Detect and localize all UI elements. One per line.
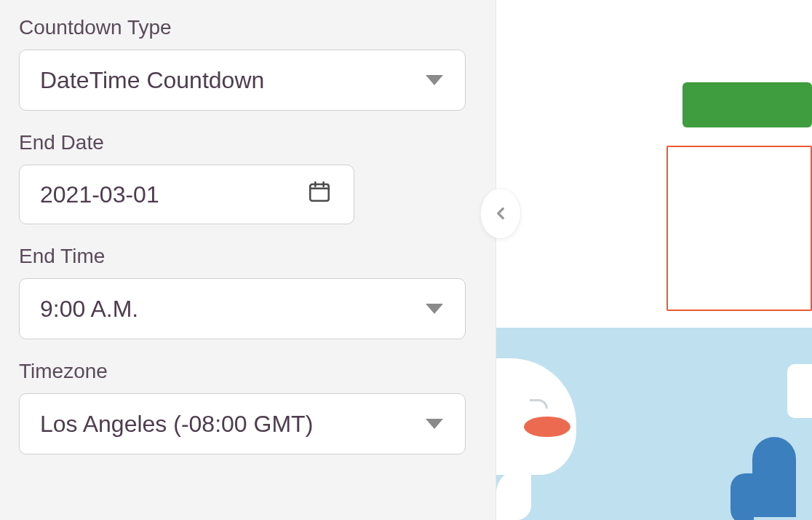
field-timezone: Timezone Los Angeles (-08:00 GMT) (19, 360, 477, 454)
preview-selected-element[interactable] (666, 146, 812, 311)
label-end-date: End Date (19, 131, 477, 154)
end-time-value: 9:00 A.M. (40, 296, 138, 323)
label-timezone: Timezone (19, 360, 477, 383)
chevron-down-icon (426, 304, 443, 314)
field-end-date: End Date 2021-03-01 (19, 131, 477, 224)
countdown-type-select[interactable]: DateTime Countdown (19, 50, 466, 111)
settings-sidebar: Countdown Type DateTime Countdown End Da… (0, 0, 496, 520)
countdown-type-value: DateTime Countdown (40, 67, 264, 94)
end-time-select[interactable]: 9:00 A.M. (19, 278, 466, 339)
chevron-left-icon (491, 204, 510, 223)
illustration-person (752, 437, 796, 517)
label-end-time: End Time (19, 245, 477, 268)
preview-green-button[interactable] (682, 82, 812, 127)
chevron-down-icon (426, 419, 443, 429)
end-date-value: 2021-03-01 (40, 181, 159, 208)
illustration-shape (787, 364, 812, 418)
sidebar-collapse-button[interactable] (480, 188, 521, 239)
illustration-character-body (496, 470, 531, 520)
preview-illustration (496, 328, 812, 520)
timezone-select[interactable]: Los Angeles (-08:00 GMT) (19, 393, 466, 454)
chevron-down-icon (426, 75, 443, 85)
field-end-time: End Time 9:00 A.M. (19, 245, 477, 339)
label-countdown-type: Countdown Type (19, 16, 477, 39)
illustration-character (496, 358, 576, 475)
field-countdown-type: Countdown Type DateTime Countdown (19, 16, 477, 111)
end-date-input[interactable]: 2021-03-01 (19, 165, 354, 224)
calendar-icon (307, 179, 332, 210)
svg-rect-0 (310, 184, 329, 201)
timezone-value: Los Angeles (-08:00 GMT) (40, 411, 313, 438)
